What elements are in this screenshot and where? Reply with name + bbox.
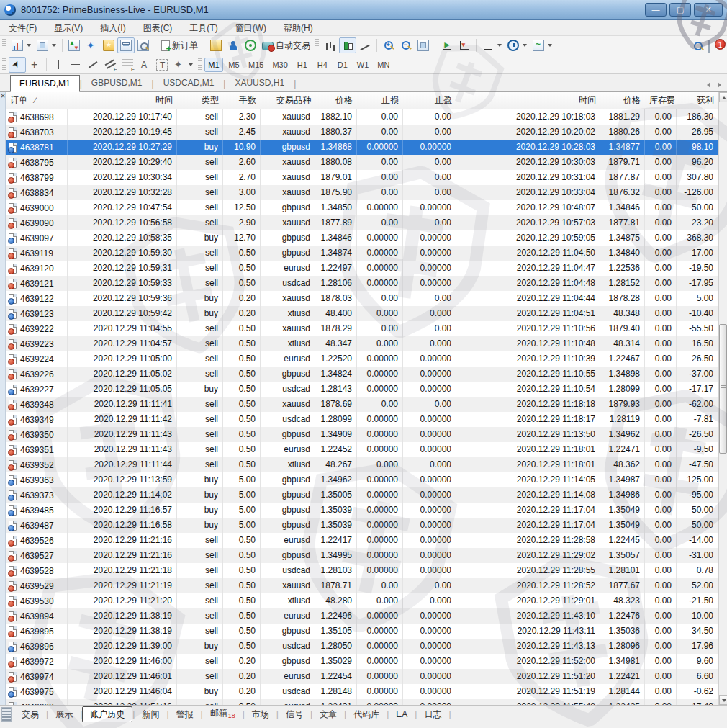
zoom-out-button[interactable]: − [397,37,415,53]
terminal-tab-exposure[interactable]: 展示 [48,707,80,722]
trendline-button[interactable] [84,57,101,73]
table-row[interactable]: 46398952020.12.29 11:38:19sell0.50gbpusd… [6,624,718,639]
table-row[interactable]: 46398962020.12.29 11:39:00buy0.50usdcad1… [6,639,718,654]
table-row[interactable]: 46388342020.12.29 10:32:28sell3.00xauusd… [6,185,718,200]
indicators-button[interactable] [479,37,505,53]
terminal-tab-alerts[interactable]: 警报 [169,707,201,722]
table-row[interactable]: 46387032020.12.29 10:19:45sell2.45xauusd… [6,125,718,140]
table-row[interactable]: 46387952020.12.29 10:29:40sell2.60xauusd… [6,155,718,170]
close-button[interactable]: ✕ [694,3,723,17]
market-watch-button[interactable] [66,37,83,53]
zoom-in-button[interactable]: + [380,37,397,53]
column-header-1[interactable]: 时间 [68,92,177,109]
timeframe-m30[interactable]: M30 [268,58,291,72]
notification-button[interactable]: 1 [708,40,721,52]
chart-tab-usdcad-m1[interactable]: USDCAD,M1 [154,74,224,91]
table-header[interactable]: 订单∕时间类型手数交易品种价格止损止盈时间价格库存费获利 [6,92,718,109]
table-row[interactable]: 46393522020.12.29 11:11:44sell0.50xtiusd… [6,457,718,472]
timeframe-h4[interactable]: H4 [313,58,332,72]
tile-windows-button[interactable] [415,37,432,53]
auto-scroll-button[interactable]: ▶ [438,37,456,53]
table-row[interactable]: 46391202020.12.29 10:59:31sell0.50eurusd… [6,261,718,276]
chart-tab-eurusd-m1[interactable]: EURUSD,M1 [10,75,80,92]
column-header-3[interactable]: 手数 [223,92,261,109]
chart-shift-button[interactable]: ▾ [456,37,473,53]
table-row[interactable]: 46393732020.12.29 11:14:02buy5.00gbpusd1… [6,487,718,503]
signals-button[interactable] [242,37,259,53]
maximize-button[interactable]: ▢ [669,3,691,17]
chart-tab-gbpusd-m1[interactable]: GBPUSD,M1 [82,74,152,91]
fibonacci-button[interactable]: F [119,57,136,73]
menu-item-view[interactable]: 显示(V) [45,20,91,36]
text-button[interactable] [136,57,153,73]
table-row[interactable]: 46399742020.12.29 11:46:01sell0.20eurusd… [6,669,718,684]
horizontal-line-button[interactable] [67,57,84,73]
tab-scroll-right-icon[interactable] [718,82,721,88]
terminal-tab-market[interactable]: 市场 [245,707,276,722]
table-row[interactable]: 46392242020.12.29 11:05:00sell0.50eurusd… [6,351,718,367]
arrows-button[interactable] [171,57,196,73]
table-row[interactable]: 46386982020.12.29 10:17:40sell2.30xauusd… [6,109,718,125]
table-row[interactable]: 46399752020.12.29 11:46:04buy0.20usdcad1… [6,684,718,699]
column-header-5[interactable]: 价格 [315,92,357,109]
terminal-grip-icon[interactable] [1,707,12,722]
table-row[interactable]: 46395302020.12.29 11:21:20sell0.50xtiusd… [6,593,718,608]
table-row[interactable]: 46390902020.12.29 10:56:58sell2.90xauusd… [6,215,718,230]
terminal-tab-account-history[interactable]: 账户历史 [82,706,132,722]
search-icon[interactable] [692,40,704,52]
column-header-10[interactable]: 库存费 [645,92,677,109]
candlestick-button[interactable] [339,37,356,53]
table-row[interactable]: 46390972020.12.29 10:58:35buy12.70gbpusd… [6,230,718,246]
timeframe-m5[interactable]: M5 [225,58,243,72]
terminal-tab-articles[interactable]: 文章 [312,707,344,722]
terminal-tab-signals[interactable]: 信号 [279,707,310,722]
scroll-up-button[interactable] [719,92,727,102]
table-row[interactable]: 46393512020.12.29 11:11:43sell0.50eurusd… [6,442,718,457]
periods-button[interactable] [505,37,530,53]
templates-button[interactable] [530,37,555,53]
timeframe-mn[interactable]: MN [374,58,393,72]
timeframe-m15[interactable]: M15 [245,58,267,72]
vertical-line-button[interactable] [50,57,67,73]
menu-item-charts[interactable]: 图表(C) [135,20,181,36]
timeframe-m1[interactable]: M1 [204,58,223,72]
table-row[interactable]: 46395272020.12.29 11:21:16sell0.50gbpusd… [6,548,718,563]
table-row[interactable]: 46398942020.12.29 11:38:19sell0.50eurusd… [6,608,718,624]
table-row[interactable]: 46393502020.12.29 11:11:43sell0.50gbpusd… [6,427,718,442]
new-order-button[interactable]: 新订单 [158,37,201,53]
community-button[interactable] [225,37,242,53]
terminal-tab-journal[interactable]: 日志 [417,707,448,722]
table-row[interactable]: 46395292020.12.29 11:21:19sell0.50xauusd… [6,578,718,593]
strategy-tester-button[interactable] [135,37,152,53]
history-center-button[interactable] [100,37,117,53]
table-row[interactable]: 46393482020.12.29 11:11:41sell0.50xauusd… [6,397,718,412]
toolbar-grip[interactable] [198,58,202,71]
table-row[interactable]: 46391192020.12.29 10:59:30sell0.50gbpusd… [6,246,718,261]
column-header-7[interactable]: 止盈 [403,92,456,109]
line-chart-button[interactable] [356,37,374,53]
table-row[interactable]: 46387812020.12.29 10:27:29buy10.90gbpusd… [6,140,718,155]
navigator-button[interactable] [83,37,100,53]
scroll-down-button[interactable] [719,695,727,705]
column-header-11[interactable]: 获利 [677,92,718,109]
table-row[interactable]: 46387992020.12.29 10:30:34sell2.70xauusd… [6,170,718,185]
column-header-6[interactable]: 止损 [357,92,403,109]
table-row[interactable]: 46395262020.12.29 11:21:16sell0.50eurusd… [6,533,718,548]
menu-item-help[interactable]: 帮助(H) [275,20,322,36]
tab-scroll-left-icon[interactable] [707,82,710,88]
table-row[interactable]: 46394852020.12.29 11:16:57buy5.00gbpusd1… [6,503,718,518]
table-row[interactable]: 46391212020.12.29 10:59:33sell0.50usdcad… [6,276,718,291]
toolbar-grip[interactable] [2,39,6,52]
text-label-button[interactable] [153,57,171,73]
table-row[interactable]: 46400082020.12.29 11:51:16sell0.50eurusd… [6,699,718,705]
table-row[interactable]: 46392232020.12.29 11:04:57sell0.50xtiusd… [6,336,718,351]
terminal-button[interactable] [117,37,135,53]
channel-button[interactable]: E [101,57,119,73]
timeframe-h1[interactable]: H1 [293,58,312,72]
terminal-tab-news[interactable]: 新闻 [135,707,166,722]
table-row[interactable]: 46392272020.12.29 11:05:05buy0.50usdcad1… [6,382,718,397]
table-row[interactable]: 46392262020.12.29 11:05:02sell0.50gbpusd… [6,367,718,382]
autotrading-button[interactable]: 自动交易 [259,37,313,53]
terminal-tab-mailbox[interactable]: 邮箱18 [203,706,243,723]
menu-item-insert[interactable]: 插入(I) [91,20,134,36]
